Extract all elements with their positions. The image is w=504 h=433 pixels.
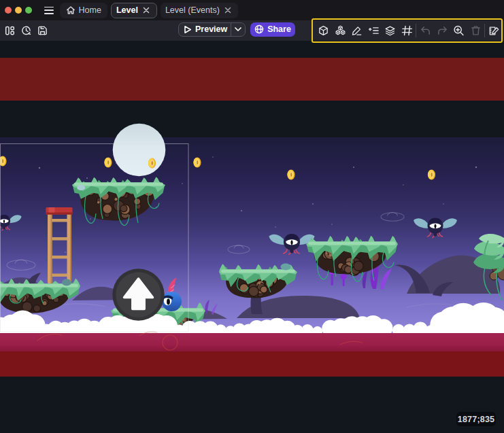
save-icon[interactable] (37, 26, 48, 36)
preview-button[interactable]: Preview (179, 24, 231, 34)
objects-icon[interactable] (335, 25, 346, 37)
project-manager-icon[interactable] (5, 26, 15, 36)
share-button-label: Share (267, 24, 291, 34)
bg-red-band (0, 58, 504, 101)
toolbar-divider (416, 24, 416, 37)
tab-level-events-label: Level (Events) (165, 5, 220, 15)
tab-level[interactable]: Level (111, 3, 157, 18)
trash-icon (470, 25, 482, 37)
editor-tabs: Home Level Level (Events) (60, 0, 238, 20)
scene-editor-canvas[interactable]: 1877;835 (0, 41, 504, 433)
tab-level-close-icon[interactable] (141, 5, 152, 16)
globe-icon (254, 24, 264, 34)
preview-options-button[interactable] (231, 23, 245, 37)
preview-button-label: Preview (195, 24, 227, 34)
tab-level-events-close-icon[interactable] (222, 5, 233, 16)
traffic-lights (0, 7, 32, 14)
moon[interactable] (113, 124, 166, 177)
layers-icon[interactable] (384, 25, 396, 37)
game-scene (0, 41, 504, 433)
share-button[interactable]: Share (250, 22, 296, 37)
cursor-coordinates-badge: 1877;835 (456, 412, 496, 426)
instances-list-icon[interactable] (368, 25, 380, 37)
bg-dark-red-band (0, 351, 504, 377)
minimize-window-button[interactable] (15, 7, 22, 14)
tab-level-events[interactable]: Level (Events) (161, 3, 238, 18)
toolbar: Preview Share (0, 20, 504, 41)
tab-home[interactable]: Home (60, 3, 107, 18)
toolbar-left-group (0, 26, 48, 36)
close-window-button[interactable] (5, 7, 12, 14)
toolbar-right-group (318, 20, 500, 41)
toolbar-divider (484, 24, 485, 37)
jump-button-overlay[interactable] (112, 269, 164, 320)
tab-bar: Home Level Level (Events) (0, 0, 504, 20)
home-icon (66, 5, 75, 15)
redo-icon (437, 25, 448, 37)
zoom-icon[interactable] (453, 25, 465, 37)
history-icon[interactable] (21, 26, 31, 36)
tab-home-label: Home (79, 5, 101, 15)
tab-level-label: Level (116, 5, 138, 15)
edit-pencil-icon[interactable] (351, 25, 363, 37)
zoom-window-button[interactable] (25, 7, 32, 14)
scene-properties-icon[interactable] (488, 25, 500, 37)
app-window: Home Level Level (Events) (0, 0, 504, 433)
menu-hamburger-icon[interactable] (44, 7, 54, 14)
chevron-down-icon (235, 27, 241, 31)
play-icon (184, 25, 192, 34)
grid-icon[interactable] (401, 25, 413, 37)
bg-crimson-band (0, 333, 504, 351)
toolbar-center-group: Preview Share (178, 22, 295, 37)
preview-split-button: Preview (178, 22, 246, 37)
undo-icon (420, 25, 431, 37)
3d-box-icon[interactable] (318, 25, 329, 37)
